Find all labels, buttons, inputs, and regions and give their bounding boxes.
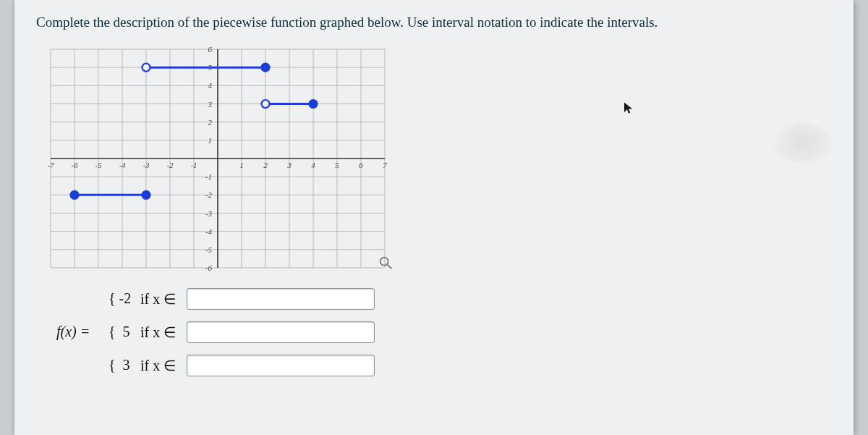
svg-text:4: 4 bbox=[208, 81, 213, 90]
svg-text:1: 1 bbox=[239, 161, 244, 169]
svg-line-66 bbox=[388, 264, 392, 269]
fx-label: f(x) = bbox=[56, 324, 109, 340]
svg-text:-3: -3 bbox=[205, 208, 213, 217]
question-prompt: Complete the description of the piecewis… bbox=[36, 13, 832, 32]
svg-point-61 bbox=[262, 63, 270, 71]
svg-text:-6: -6 bbox=[71, 161, 78, 169]
svg-text:-1: -1 bbox=[190, 161, 197, 169]
brace-1: { -2 bbox=[109, 290, 140, 307]
svg-text:-7: -7 bbox=[47, 161, 54, 169]
magnify-icon[interactable] bbox=[378, 255, 393, 271]
svg-text:-4: -4 bbox=[119, 161, 126, 169]
svg-text:5: 5 bbox=[335, 161, 339, 169]
if-label-3: if x ∈ bbox=[140, 357, 187, 374]
graph-container: -7-6-5-4-3-2-11234567-6-5-4-3-2-1123456 bbox=[41, 39, 395, 278]
svg-point-57 bbox=[71, 190, 79, 198]
svg-text:3: 3 bbox=[286, 161, 292, 169]
svg-text:2: 2 bbox=[208, 117, 213, 126]
svg-text:-5: -5 bbox=[95, 161, 102, 169]
svg-point-64 bbox=[310, 100, 318, 108]
svg-point-65 bbox=[380, 257, 388, 265]
svg-text:-4: -4 bbox=[205, 227, 213, 235]
brace-3: { 3 bbox=[109, 357, 140, 373]
worksheet-paper: Complete the description of the piecewis… bbox=[14, 0, 854, 435]
interval-input-2[interactable] bbox=[187, 321, 375, 343]
answer-grid: { -2 if x ∈ f(x) = { 5 if x ∈ { 3 if x ∈ bbox=[56, 288, 832, 376]
paper-scuff bbox=[774, 123, 832, 163]
svg-text:-3: -3 bbox=[142, 161, 150, 169]
svg-text:-1: -1 bbox=[205, 172, 212, 181]
if-label-1: if x ∈ bbox=[140, 290, 187, 308]
svg-text:-5: -5 bbox=[205, 245, 213, 253]
if-label-2: if x ∈ bbox=[140, 324, 187, 341]
piecewise-graph: -7-6-5-4-3-2-11234567-6-5-4-3-2-1123456 bbox=[41, 39, 395, 278]
interval-input-3[interactable] bbox=[187, 355, 375, 376]
svg-text:2: 2 bbox=[263, 161, 268, 169]
svg-point-60 bbox=[142, 63, 150, 71]
brace-2: { 5 bbox=[109, 324, 140, 340]
svg-text:6: 6 bbox=[208, 45, 213, 54]
svg-point-63 bbox=[262, 100, 270, 108]
svg-point-58 bbox=[142, 190, 150, 198]
svg-text:1: 1 bbox=[208, 135, 213, 144]
svg-text:3: 3 bbox=[208, 99, 213, 108]
svg-text:-2: -2 bbox=[205, 190, 213, 199]
cursor-icon bbox=[622, 101, 635, 114]
interval-input-1[interactable] bbox=[187, 288, 375, 310]
svg-text:4: 4 bbox=[311, 161, 315, 169]
svg-text:-6: -6 bbox=[205, 263, 213, 272]
svg-text:6: 6 bbox=[359, 161, 363, 169]
svg-text:-2: -2 bbox=[166, 161, 174, 169]
svg-text:7: 7 bbox=[383, 161, 387, 169]
